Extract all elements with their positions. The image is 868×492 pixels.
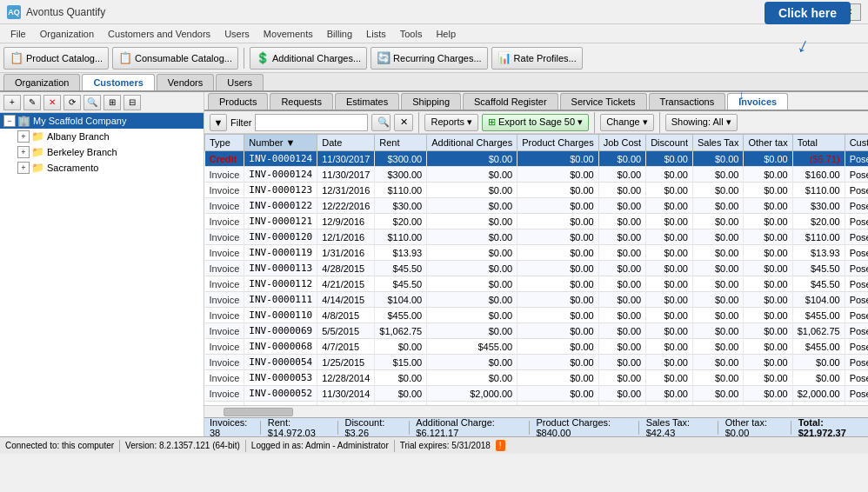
cell-discount: $0.00 — [646, 386, 693, 402]
cell-discount: $0.00 — [646, 261, 693, 276]
tab-vendors[interactable]: Vendors — [157, 74, 214, 90]
type-filter-button[interactable]: ▼ — [210, 114, 227, 131]
albany-label: Albany Branch — [47, 131, 110, 142]
cell-number: INV-0000113 — [244, 261, 317, 276]
table-row[interactable]: Invoice INV-0000124 11/30/2017 $300.00 $… — [205, 167, 869, 183]
col-type[interactable]: Type — [205, 135, 244, 151]
table-row[interactable]: Invoice INV-0000053 12/28/2014 $0.00 $0.… — [205, 370, 869, 386]
tab-shipping[interactable]: Shipping — [401, 93, 461, 110]
col-date[interactable]: Date — [317, 135, 375, 151]
tree-expander-berkeley[interactable]: + — [17, 146, 30, 158]
cell-type: Invoice — [205, 183, 244, 198]
filter-search-btn[interactable]: 🔍 — [371, 114, 391, 131]
filter-clear-btn[interactable]: ✕ — [394, 114, 413, 131]
tree-expander-company[interactable]: − — [3, 115, 16, 127]
menu-file[interactable]: File — [3, 27, 33, 41]
cell-salestax: $0.00 — [692, 339, 744, 355]
col-other-tax[interactable]: Other tax — [744, 135, 792, 151]
sidebar-expand-btn[interactable]: ⊞ — [103, 95, 121, 110]
menu-help[interactable]: Help — [429, 27, 463, 41]
menu-lists[interactable]: Lists — [359, 27, 393, 41]
menu-users[interactable]: Users — [217, 27, 257, 41]
menu-tools[interactable]: Tools — [393, 27, 430, 41]
table-row[interactable]: Invoice INV-0000113 4/28/2015 $45.50 $0.… — [205, 261, 869, 276]
table-row[interactable]: Invoice INV-0000068 4/7/2015 $0.00 $455.… — [205, 339, 869, 355]
col-rent[interactable]: Rent — [375, 135, 427, 151]
tab-customers[interactable]: Customers — [82, 74, 154, 90]
table-row[interactable]: Invoice INV-0000052 11/30/2014 $0.00 $2,… — [205, 386, 869, 402]
horizontal-scrollbar[interactable] — [204, 405, 868, 417]
col-product-charges[interactable]: Product Charges — [517, 135, 599, 151]
table-row[interactable]: Invoice INV-0000120 12/1/2016 $110.00 $0… — [205, 229, 869, 245]
cell-total: $45.50 — [792, 276, 845, 292]
sacramento-folder-icon: 📁 — [31, 162, 44, 174]
col-total[interactable]: Total — [792, 135, 845, 151]
cell-date: 4/28/2015 — [317, 261, 375, 276]
menu-movements[interactable]: Movements — [257, 27, 320, 41]
table-row[interactable]: Invoice INV-0000054 1/25/2015 $15.00 $0.… — [205, 355, 869, 370]
tab-requests[interactable]: Requests — [270, 93, 332, 110]
rate-profiles-button[interactable]: 📊 Rate Profiles... — [491, 47, 583, 70]
sidebar-delete-btn[interactable]: ✕ — [43, 95, 61, 110]
cell-othertax: $0.00 — [744, 308, 792, 323]
bottom-connected: Connected to: this computer — [5, 441, 114, 450]
tab-products[interactable]: Products — [208, 93, 268, 110]
col-discount[interactable]: Discount — [646, 135, 693, 151]
cell-discount: $0.00 — [646, 229, 693, 245]
table-row[interactable]: Invoice INV-0000121 12/9/2016 $20.00 $0.… — [205, 214, 869, 229]
cell-salestax: $0.00 — [692, 151, 744, 167]
col-customer[interactable]: Customer — [845, 135, 868, 151]
tree-item-sacramento[interactable]: + 📁 Sacramento — [0, 160, 204, 176]
table-row[interactable]: Invoice INV-0000119 1/31/2016 $13.93 $0.… — [205, 245, 869, 261]
table-row[interactable]: Invoice INV-0000111 4/14/2015 $104.00 $0… — [205, 292, 869, 308]
cell-product: $0.00 — [517, 370, 599, 386]
table-row[interactable]: Invoice INV-0000123 12/31/2016 $110.00 $… — [205, 183, 869, 198]
tab-transactions[interactable]: Transactions — [649, 93, 726, 110]
table-row[interactable]: Invoice INV-0000069 5/5/2015 $1,062.75 $… — [205, 323, 869, 339]
reports-button[interactable]: Reports ▾ — [424, 114, 478, 131]
export-button[interactable]: ⊞ Export to Sage 50 ▾ — [482, 114, 589, 131]
tree-item-albany[interactable]: + 📁 Albany Branch — [0, 129, 204, 144]
menu-billing[interactable]: Billing — [320, 27, 359, 41]
sidebar-refresh-btn[interactable]: ⟳ — [63, 95, 81, 110]
menu-organization[interactable]: Organization — [33, 27, 101, 41]
consumable-catalog-button[interactable]: 📋 Consumable Catalog... — [112, 47, 238, 70]
tab-scaffold-register[interactable]: Scaffold Register — [463, 93, 558, 110]
sidebar-add-btn[interactable]: + — [3, 95, 21, 110]
table-row[interactable]: Invoice INV-0000122 12/22/2016 $30.00 $0… — [205, 198, 869, 214]
status-bar: Invoices: 38 Rent: $14,972.03 Discount: … — [204, 417, 868, 436]
cell-rent: $110.00 — [375, 229, 427, 245]
tab-estimates[interactable]: Estimates — [335, 93, 399, 110]
filter-input[interactable] — [255, 114, 368, 131]
sidebar-search-btn[interactable]: 🔍 — [83, 95, 101, 110]
product-catalog-button[interactable]: 📋 Product Catalog... — [3, 47, 109, 70]
status-total: Total: $21,972.37 — [798, 417, 863, 437]
tab-service-tickets[interactable]: Service Tickets — [560, 93, 647, 110]
change-button[interactable]: Change ▾ — [600, 114, 654, 131]
tree-item-my-scaffold-company[interactable]: − 🏢 My Scaffold Company — [0, 113, 204, 129]
col-additional-charges[interactable]: Additional Charges — [427, 135, 517, 151]
col-job-cost[interactable]: Job Cost — [598, 135, 645, 151]
showing-button[interactable]: Showing: All ▾ — [665, 114, 738, 131]
recurring-charges-button[interactable]: 🔄 Recurring Charges... — [371, 47, 488, 70]
sidebar-collapse-btn[interactable]: ⊟ — [124, 95, 141, 110]
col-number[interactable]: Number ▼ — [244, 135, 317, 151]
cell-customer: Posey Builders — [845, 245, 868, 261]
table-row[interactable]: Invoice INV-0000110 4/8/2015 $455.00 $0.… — [205, 308, 869, 323]
tab-invoices[interactable]: Invoices Then click here ↓ — [727, 93, 788, 110]
table-row[interactable]: Invoice INV-0000112 4/21/2015 $45.50 $0.… — [205, 276, 869, 292]
additional-charges-button[interactable]: 💲 Additional Charges... — [250, 47, 367, 70]
tree-expander-sacramento[interactable]: + — [17, 162, 30, 174]
col-sales-tax[interactable]: Sales Tax — [692, 135, 744, 151]
tree-item-berkeley[interactable]: + 📁 Berkeley Branch — [0, 144, 204, 160]
table-row[interactable]: Credit INV-0000124 11/30/2017 $300.00 $0… — [205, 151, 869, 167]
scrollbar-thumb[interactable] — [224, 408, 293, 416]
menu-customers-vendors[interactable]: Customers and Vendors — [101, 27, 217, 41]
cell-customer: Posey Builders — [845, 167, 868, 183]
filter-sep1 — [418, 112, 419, 133]
tab-organization[interactable]: Organization — [3, 74, 80, 90]
sidebar-edit-btn[interactable]: ✎ — [23, 95, 41, 110]
tab-users[interactable]: Users — [216, 74, 264, 90]
tree-expander-albany[interactable]: + — [17, 130, 30, 143]
invoice-table-container: Type Number ▼ Date Rent Additional Charg… — [204, 134, 868, 405]
